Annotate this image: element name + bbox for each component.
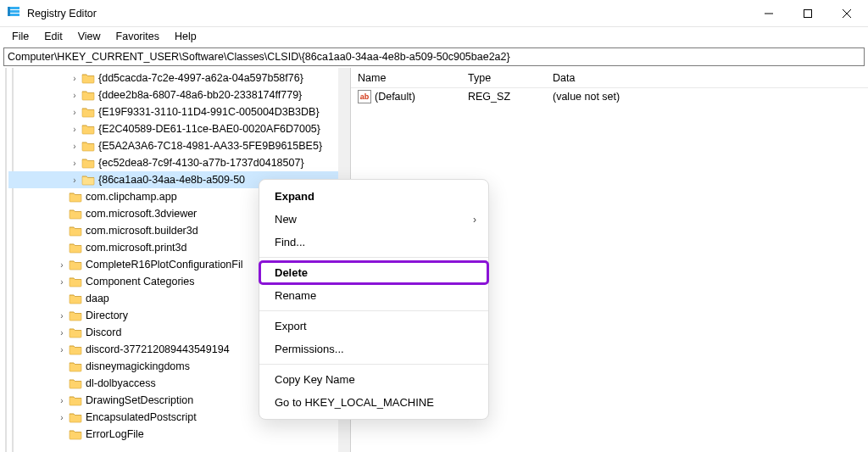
folder-icon [69, 411, 82, 423]
expand-chevron-icon[interactable]: › [70, 142, 81, 151]
tree-item-label: {E19F9331-3110-11D4-991C-005004D3B3DB} [98, 106, 320, 118]
address-bar[interactable]: Computer\HKEY_CURRENT_USER\Software\Clas… [3, 47, 865, 66]
tree-item-label: {E2C40589-DE61-11ce-BAE0-0020AF6D7005} [98, 123, 320, 135]
folder-icon [69, 377, 82, 389]
folder-icon [69, 225, 82, 237]
expand-chevron-icon[interactable]: › [57, 311, 69, 321]
context-menu: Expand New › Find... Delete Rename Expor… [259, 179, 489, 420]
folder-icon [81, 89, 95, 101]
folder-icon [81, 174, 95, 186]
expand-chevron-icon[interactable]: › [70, 108, 81, 117]
tree-item-label: {ddee2b8a-6807-48a6-bb20-2338174ff779} [98, 89, 302, 101]
folder-icon [69, 428, 82, 440]
tree-item-label: com.clipchamp.app [86, 191, 177, 203]
folder-icon [69, 293, 82, 304]
col-data[interactable]: Data [553, 72, 868, 84]
close-button[interactable] [827, 0, 866, 27]
regedit-icon [7, 5, 20, 21]
tree-item[interactable]: › {dd5cacda-7c2e-4997-a62a-04a597b58f76} [8, 70, 338, 86]
menu-file[interactable]: File [5, 29, 36, 44]
expand-chevron-icon[interactable]: › [57, 396, 69, 405]
maximize-button[interactable] [788, 0, 827, 27]
tree-item[interactable]: › {E5A2A3A6-7C18-4981-AA33-5FE9B9615BE5} [8, 137, 338, 154]
string-value-icon: ab [358, 90, 371, 103]
folder-icon [69, 276, 82, 287]
tree-item-label: daap [86, 293, 109, 304]
expand-chevron-icon[interactable]: › [57, 277, 69, 287]
ctx-separator [259, 310, 488, 311]
folder-icon [69, 191, 82, 203]
ctx-rename[interactable]: Rename [259, 284, 488, 307]
value-data: (value not set) [553, 91, 868, 103]
ctx-find[interactable]: Find... [259, 231, 488, 254]
address-path: Computer\HKEY_CURRENT_USER\Software\Clas… [8, 51, 510, 63]
tree-item-label: discord-377212089443549194 [86, 343, 230, 355]
menu-favorites[interactable]: Favorites [109, 29, 166, 44]
tree-item-label: Component Categories [86, 276, 195, 287]
ctx-goto-hklm[interactable]: Go to HKEY_LOCAL_MACHINE [259, 391, 488, 414]
folder-icon [69, 242, 82, 254]
ctx-separator [259, 364, 488, 365]
expand-chevron-icon[interactable]: › [70, 125, 81, 134]
minimize-button[interactable] [749, 0, 788, 27]
expand-chevron-icon[interactable]: › [70, 176, 81, 185]
folder-icon [69, 326, 82, 338]
expand-chevron-icon[interactable]: › [57, 260, 69, 270]
folder-icon [69, 343, 82, 355]
svg-rect-5 [804, 9, 812, 17]
list-header[interactable]: Name Type Data [351, 68, 868, 88]
window-controls [749, 0, 866, 27]
folder-icon [81, 106, 95, 118]
folder-icon [81, 140, 95, 152]
expand-chevron-icon[interactable]: › [70, 74, 81, 83]
ctx-expand[interactable]: Expand [259, 185, 488, 208]
tree-item[interactable]: › {ec52dea8-7c9f-4130-a77b-1737d0418507} [8, 154, 338, 171]
col-name[interactable]: Name [358, 72, 468, 84]
chevron-right-icon: › [473, 214, 476, 226]
expand-chevron-icon[interactable]: › [57, 328, 69, 338]
tree-item-label: Discord [86, 326, 121, 338]
folder-icon [69, 208, 82, 220]
tree-item[interactable]: › {ddee2b8a-6807-48a6-bb20-2338174ff779} [8, 86, 338, 103]
ctx-new[interactable]: New › [259, 208, 488, 231]
folder-icon [69, 360, 82, 372]
expand-chevron-icon[interactable]: › [57, 413, 69, 422]
titlebar: Registry Editor [0, 0, 868, 27]
ctx-permissions[interactable]: Permissions... [259, 338, 488, 360]
tree-item-label: {dd5cacda-7c2e-4997-a62a-04a597b58f76} [98, 72, 303, 84]
expand-chevron-icon[interactable]: › [57, 345, 69, 354]
svg-rect-3 [8, 7, 10, 16]
expand-chevron-icon[interactable]: › [70, 159, 81, 168]
list-row[interactable]: ab (Default) REG_SZ (value not set) [351, 88, 868, 105]
tree-item-label: com.microsoft.builder3d [86, 225, 198, 237]
tree-item-label: DrawingSetDescription [86, 394, 193, 406]
menu-help[interactable]: Help [168, 29, 203, 44]
tree-item-label: dl-dolbyaccess [86, 377, 156, 389]
tree-item-label: {E5A2A3A6-7C18-4981-AA33-5FE9B9615BE5} [98, 140, 322, 152]
tree-item-label: {86ca1aa0-34aa-4e8b-a509-50 [98, 174, 245, 186]
folder-icon [69, 394, 82, 406]
value-type: REG_SZ [468, 91, 553, 103]
col-type[interactable]: Type [468, 72, 553, 84]
folder-icon [69, 310, 82, 321]
ctx-separator [259, 257, 488, 258]
tree-item[interactable]: › {E2C40589-DE61-11ce-BAE0-0020AF6D7005} [8, 120, 338, 137]
tree-item-label: com.microsoft.3dviewer [86, 208, 197, 220]
ctx-copy-key[interactable]: Copy Key Name [259, 368, 488, 391]
folder-icon [81, 157, 95, 169]
menu-view[interactable]: View [71, 29, 108, 44]
expand-chevron-icon[interactable]: › [70, 91, 81, 100]
ctx-export[interactable]: Export [259, 315, 488, 338]
ctx-new-label: New [275, 213, 297, 226]
folder-icon [81, 72, 95, 84]
tree-item-label: Directory [86, 310, 128, 321]
tree-item[interactable]: › {E19F9331-3110-11D4-991C-005004D3B3DB} [8, 103, 338, 120]
tree-item[interactable]: › ErrorLogFile [8, 426, 338, 443]
menu-edit[interactable]: Edit [37, 29, 70, 44]
tree-item-label: CompleteR16PlotConfigurationFil [86, 259, 243, 271]
value-name: (Default) [375, 91, 468, 103]
folder-icon [81, 123, 95, 135]
ctx-delete[interactable]: Delete [259, 261, 488, 284]
tree-item-label: ErrorLogFile [86, 428, 144, 440]
window-title: Registry Editor [27, 8, 97, 20]
